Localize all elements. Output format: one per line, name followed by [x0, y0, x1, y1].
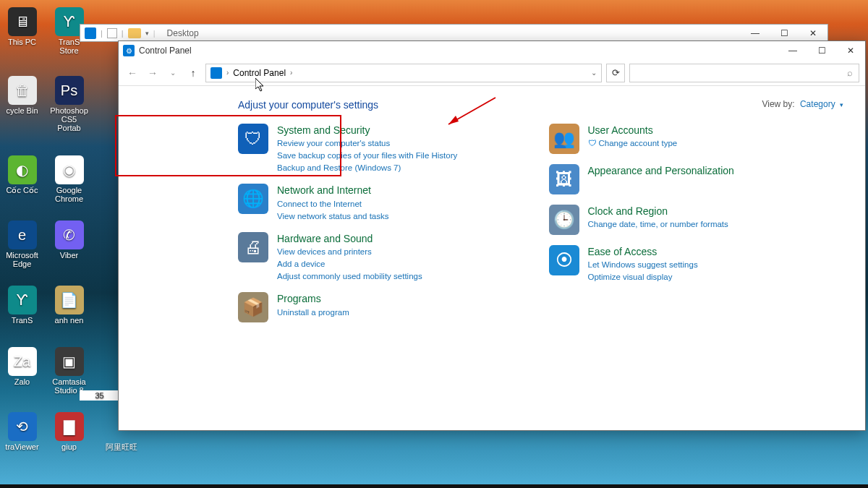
category-link[interactable]: Add a device — [277, 258, 422, 270]
desktop-icon[interactable]: ▇giup — [49, 412, 89, 451]
forward-button[interactable]: → — [145, 65, 161, 81]
desktop-icon[interactable]: ✆Viber — [49, 221, 89, 260]
desktop-icon[interactable]: ⟲traViewer — [2, 412, 42, 451]
minimize-button[interactable]: — — [778, 43, 807, 59]
explorer-window-titlebar: | | ▾ | Desktop — ☐ ✕ — [80, 24, 828, 42]
chevron-icon[interactable]: › — [226, 69, 229, 77]
app-icon: Ƴ — [8, 286, 37, 314]
explorer-window-buttons: — ☐ ✕ — [741, 25, 827, 41]
qat-item-icon[interactable] — [107, 28, 117, 38]
close-button[interactable]: ✕ — [836, 43, 865, 59]
category-user-accounts: 👥 User Accounts 🛡Change account type — [549, 124, 846, 154]
category-link[interactable]: Save backup copies of your files with Fi… — [277, 150, 457, 161]
back-button[interactable]: ← — [124, 65, 140, 81]
icon-label: cycle Bin — [2, 106, 42, 115]
desktop-icon[interactable]: ƳTranS — [2, 286, 42, 325]
category-icon: 📦 — [238, 292, 268, 322]
close-button[interactable]: ✕ — [799, 25, 827, 41]
category-title[interactable]: Clock and Region — [588, 205, 728, 218]
app-icon: ◉ — [55, 155, 84, 184]
icon-label: Viber — [49, 251, 89, 260]
desktop-icon[interactable]: ZaZalo — [2, 347, 42, 386]
desktop-icon[interactable]: PsPhotoshop CS5 Portab — [49, 76, 89, 132]
category-title[interactable]: Hardware and Sound — [277, 232, 422, 245]
category-title[interactable]: Programs — [277, 292, 349, 305]
app-icon: ✆ — [55, 221, 84, 249]
app-icon: 🗑 — [8, 76, 37, 105]
breadcrumb-dropdown-icon[interactable]: ⌄ — [591, 69, 597, 77]
maximize-button[interactable]: ☐ — [770, 25, 799, 41]
category-title[interactable]: Network and Internet — [277, 184, 388, 197]
recent-dropdown[interactable]: ⌄ — [165, 65, 181, 81]
category-icon: 👥 — [549, 124, 579, 154]
category-link[interactable]: Uninstall a program — [277, 307, 349, 318]
view-by-selector[interactable]: View by: Category ▾ — [762, 99, 843, 109]
shield-icon: 🛡 — [588, 139, 597, 147]
page-heading: Adjust your computer's settings — [238, 99, 845, 111]
category-title[interactable]: Appearance and Personalization — [588, 164, 734, 177]
category-hardware-and-sound: 🖨 Hardware and Sound View devices and pr… — [238, 232, 535, 282]
icon-label: Cốc Cốc — [2, 186, 42, 194]
category-link[interactable]: Review your computer's status — [277, 137, 457, 149]
desktop-icon[interactable]: ◐Cốc Cốc — [2, 155, 42, 194]
category-programs: 📦 Programs Uninstall a program — [238, 292, 535, 322]
category-link[interactable]: Optimize visual display — [588, 271, 698, 283]
search-input[interactable]: ⌕ — [629, 64, 859, 82]
category-link[interactable]: 🛡Change account type — [588, 137, 678, 149]
breadcrumb-item[interactable]: Control Panel — [233, 68, 286, 78]
icon-label: Google Chrome — [49, 186, 89, 203]
app-icon: ▣ — [55, 347, 84, 376]
category-icon: 🕒 — [549, 205, 579, 235]
category-icon: 🛡 — [238, 124, 268, 154]
category-title[interactable]: Ease of Access — [588, 245, 698, 258]
qat-dropdown-icon[interactable]: ▾ — [145, 30, 149, 37]
desktop-icon[interactable]: 📄anh nen — [49, 286, 89, 325]
icon-label: 阿里旺旺 — [101, 442, 141, 451]
category-link[interactable]: View network status and tasks — [277, 210, 388, 222]
category-icon: 🖨 — [238, 232, 268, 262]
refresh-button[interactable]: ⟳ — [606, 64, 625, 82]
up-button[interactable]: ↑ — [185, 65, 201, 81]
desktop-icon[interactable]: 🗑cycle Bin — [2, 76, 42, 115]
category-link[interactable]: View devices and printers — [277, 246, 422, 257]
category-icon: 🌐 — [238, 184, 268, 214]
control-panel-titlebar[interactable]: ⚙ Control Panel — ☐ ✕ — [119, 41, 865, 60]
view-by-value[interactable]: Category — [800, 99, 835, 109]
category-link[interactable]: Backup and Restore (Windows 7) — [277, 162, 457, 174]
maximize-button[interactable]: ☐ — [807, 43, 836, 59]
app-icon: Za — [8, 347, 37, 376]
explorer-icon — [85, 27, 96, 39]
app-icon: 🖥 — [8, 7, 37, 36]
breadcrumb[interactable]: › Control Panel › ⌄ — [205, 64, 602, 82]
desktop-icon[interactable]: ▣Camtasia Studio 8 — [49, 347, 89, 395]
category-system-and-security: 🛡 System and Security Review your comput… — [238, 124, 535, 174]
category-clock-and-region: 🕒 Clock and Region Change date, time, or… — [549, 205, 846, 235]
category-link[interactable]: Adjust commonly used mobility settings — [277, 270, 422, 282]
category-icon: ⦿ — [549, 245, 579, 275]
icon-label: Microsoft Edge — [2, 251, 42, 268]
caret-down-icon[interactable]: ▾ — [840, 101, 843, 108]
control-panel-window: ⚙ Control Panel — ☐ ✕ ← → ⌄ ↑ › Control … — [118, 40, 866, 431]
window-title: Control Panel — [139, 46, 192, 56]
desktop-icon[interactable]: ◉Google Chrome — [49, 155, 89, 203]
chevron-icon[interactable]: › — [290, 69, 292, 77]
app-icon: ▇ — [55, 412, 84, 441]
category-link[interactable]: Let Windows suggest settings — [588, 259, 698, 270]
category-icon: 🖼 — [549, 164, 579, 194]
category-link[interactable]: Connect to the Internet — [277, 198, 388, 210]
desktop-icon[interactable]: eMicrosoft Edge — [2, 221, 42, 268]
category-title[interactable]: System and Security — [277, 124, 457, 137]
desktop-icon[interactable]: 🖥This PC — [2, 7, 42, 46]
folder-icon — [128, 28, 141, 38]
minimize-button[interactable]: — — [741, 25, 770, 41]
app-icon: 📄 — [55, 286, 84, 314]
explorer-title: Desktop — [167, 28, 199, 38]
category-link[interactable]: Change date, time, or number formats — [588, 218, 728, 230]
explorer-quick-access: | | ▾ | — [80, 27, 160, 39]
category-title[interactable]: User Accounts — [588, 124, 678, 137]
taskbar[interactable] — [0, 484, 868, 488]
icon-label: This PC — [2, 38, 42, 46]
search-icon: ⌕ — [847, 67, 853, 78]
app-icon: e — [8, 221, 37, 249]
view-by-label: View by: — [762, 99, 794, 109]
